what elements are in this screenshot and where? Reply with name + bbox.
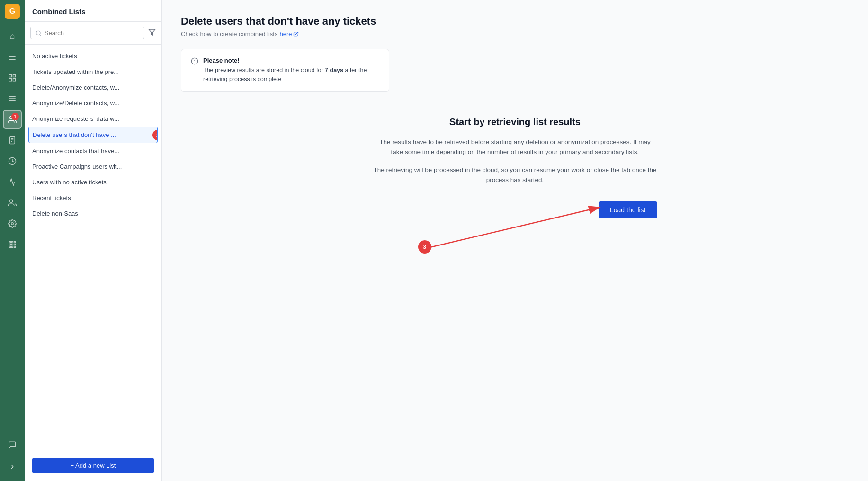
search-input[interactable] (45, 29, 139, 36)
svg-rect-2 (9, 79, 11, 81)
svg-line-32 (430, 207, 600, 247)
active-item-badge: 2 (152, 130, 158, 140)
filter-icon[interactable] (148, 28, 156, 38)
add-list-button[interactable]: + Add a new List (32, 458, 154, 473)
here-link[interactable]: here (279, 30, 298, 37)
nav-chart[interactable] (3, 172, 22, 191)
retrieve-section: Start by retrieving list results The res… (373, 107, 657, 259)
svg-rect-3 (13, 79, 16, 81)
svg-rect-17 (14, 241, 16, 243)
nav-menu[interactable]: ☰ (3, 47, 22, 66)
sidebar-item-anonymize-contacts[interactable]: Anonymize contacts that have... (25, 143, 161, 159)
sidebar-title: Combined Lists (25, 0, 161, 22)
nav-layers[interactable] (3, 68, 22, 87)
svg-rect-20 (14, 244, 16, 245)
external-link-icon (293, 31, 299, 37)
svg-rect-23 (14, 246, 16, 248)
svg-point-13 (10, 200, 13, 202)
svg-rect-15 (9, 241, 10, 243)
nav-chat[interactable] (3, 436, 22, 454)
search-icon (36, 30, 42, 36)
svg-line-25 (40, 34, 41, 35)
retrieve-title: Start by retrieving list results (373, 117, 657, 127)
sidebar-item-anonymize-requesters[interactable]: Anonymize requesters' data w... (25, 111, 161, 127)
sidebar-item-tickets-updated[interactable]: Tickets updated within the pre... (25, 64, 161, 80)
page-subtitle: Check how to create combined lists here (181, 30, 849, 37)
sidebar-item-delete-non-saas[interactable]: Delete non-Saas (25, 206, 161, 221)
svg-rect-22 (12, 246, 13, 248)
nav-apps[interactable] (3, 235, 22, 254)
nav-users[interactable]: 1 (3, 110, 22, 129)
sidebar-item-recent-tickets[interactable]: Recent tickets (25, 190, 161, 206)
notice-content: Please note! The preview results are sto… (203, 57, 379, 84)
svg-marker-26 (149, 29, 155, 35)
notice-box: Please note! The preview results are sto… (181, 49, 389, 92)
nav-clock[interactable] (3, 152, 22, 171)
nav-badge: 1 (11, 113, 19, 120)
annotation-badge-3: 3 (418, 240, 431, 254)
svg-rect-16 (12, 241, 13, 243)
nav-list[interactable] (3, 89, 22, 108)
sidebar-list: No active tickets Tickets updated within… (25, 45, 161, 450)
sidebar-item-users-no-tickets[interactable]: Users with no active tickets (25, 174, 161, 190)
nav-team[interactable] (3, 193, 22, 212)
notice-text: The preview results are stored in the cl… (203, 66, 379, 84)
sidebar-item-no-active-tickets[interactable]: No active tickets (25, 48, 161, 64)
nav-clipboard[interactable] (3, 131, 22, 150)
page-title: Delete users that don't have any tickets (181, 15, 849, 27)
notice-title: Please note! (203, 57, 379, 64)
retrieve-paragraph1: The results have to be retrieved before … (373, 137, 657, 157)
retrieve-paragraph2: The retrieving will be processed in the … (373, 165, 657, 185)
svg-rect-19 (12, 244, 13, 245)
sidebar-item-proactive-campaigns[interactable]: Proactive Campaigns users wit... (25, 159, 161, 174)
svg-line-27 (295, 32, 298, 35)
nav-home[interactable]: ⌂ (3, 27, 22, 45)
nav-settings[interactable] (3, 214, 22, 233)
nav-expand[interactable]: › (3, 456, 22, 475)
svg-rect-21 (9, 246, 10, 248)
svg-rect-0 (9, 74, 11, 77)
sidebar: Combined Lists No active tickets Tickets… (25, 0, 162, 481)
svg-rect-1 (13, 74, 16, 77)
sidebar-search-area (25, 22, 161, 45)
sidebar-item-anonymize-delete[interactable]: Anonymize/Delete contacts, w... (25, 95, 161, 111)
nav-bar: G ⌂ ☰ 1 › (0, 0, 25, 481)
svg-rect-18 (9, 244, 10, 245)
search-wrapper[interactable] (30, 27, 144, 39)
svg-point-24 (36, 31, 41, 35)
sidebar-item-delete-anonymize[interactable]: Delete/Anonymize contacts, w... (25, 80, 161, 95)
load-list-button[interactable]: Load the list (599, 201, 657, 218)
sidebar-item-delete-users[interactable]: Delete users that don't have ... 2 (28, 127, 158, 143)
main-content: Delete users that don't have any tickets… (162, 0, 868, 481)
sidebar-footer: + Add a new List (25, 450, 161, 481)
app-logo: G (5, 4, 20, 19)
info-icon (191, 57, 198, 84)
svg-point-14 (11, 223, 14, 225)
